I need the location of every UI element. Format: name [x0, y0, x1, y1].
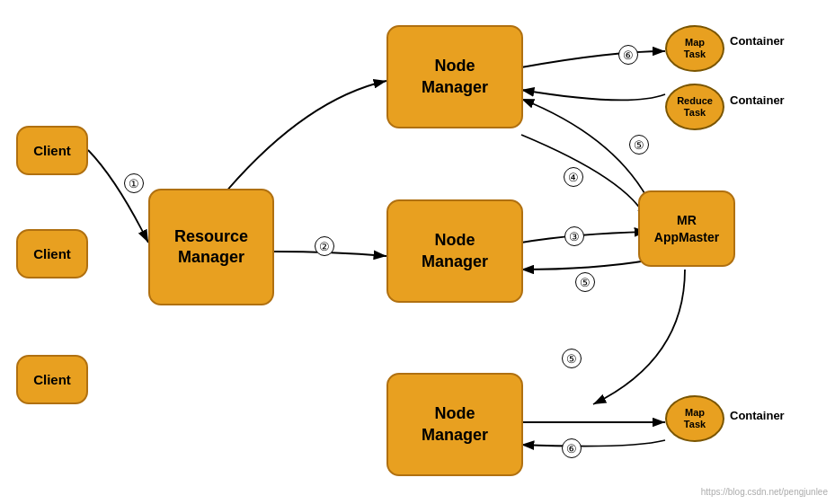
client2-box: Client [16, 229, 88, 279]
mr-appmaster-label: MRAppMaster [654, 212, 719, 244]
number-2: ② [315, 236, 334, 256]
watermark: https://blog.csdn.net/pengjunlee [701, 487, 828, 497]
resource-manager-box: ResourceManager [148, 189, 274, 305]
map-task1-box: MapTask [665, 25, 724, 72]
number-4: ④ [564, 167, 583, 187]
map-task2-box: MapTask [665, 395, 724, 442]
number-5a: ⑤ [629, 135, 649, 155]
resource-manager-label: ResourceManager [174, 226, 248, 269]
client3-box: Client [16, 355, 88, 404]
node-manager1-box: NodeManager [386, 25, 523, 128]
number-1: ① [124, 173, 144, 193]
number-6b: ⑥ [562, 438, 582, 458]
node-manager3-box: NodeManager [386, 373, 523, 476]
node-manager3-label: NodeManager [422, 403, 488, 446]
number-3: ③ [564, 226, 584, 246]
client3-label: Client [33, 371, 71, 389]
number-5c: ⑤ [562, 349, 582, 368]
node-manager1-label: NodeManager [422, 56, 488, 98]
client1-label: Client [33, 142, 71, 160]
client1-box: Client [16, 126, 88, 175]
reduce-task-label: ReduceTask [677, 95, 713, 119]
container2-label: Container [730, 93, 785, 107]
reduce-task-box: ReduceTask [665, 84, 724, 130]
number-5b: ⑤ [575, 272, 595, 292]
node-manager2-box: NodeManager [386, 199, 523, 303]
node-manager2-label: NodeManager [422, 230, 488, 272]
container1-label: Container [730, 34, 785, 48]
map-task2-label: MapTask [684, 407, 706, 430]
diagram-container: Client Client Client ResourceManager Nod… [0, 0, 835, 504]
mr-appmaster-box: MRAppMaster [638, 190, 735, 267]
container3-label: Container [730, 409, 785, 422]
number-6a: ⑥ [618, 45, 638, 65]
client2-label: Client [33, 245, 71, 263]
map-task1-label: MapTask [684, 37, 706, 60]
